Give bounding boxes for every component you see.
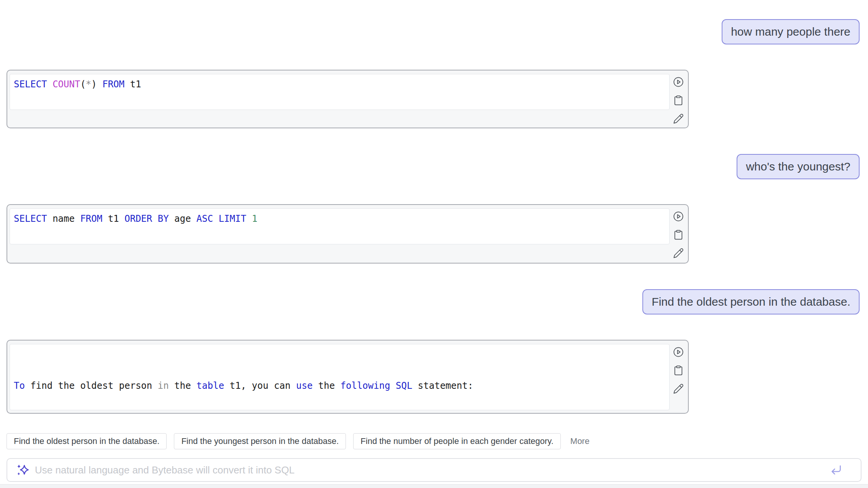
clipboard-icon: [673, 229, 684, 240]
edit-sql-button[interactable]: [673, 248, 684, 259]
nl-to-sql-input-bar: [7, 458, 861, 482]
run-sql-button[interactable]: [673, 347, 684, 357]
copy-sql-button[interactable]: [673, 229, 684, 240]
user-message-bubble: who's the youngest?: [737, 154, 860, 179]
circle-play-icon: [673, 347, 684, 357]
sql-code: SELECT name FROM t1 ORDER BY age ASC LIM…: [10, 208, 670, 244]
response-actions: [673, 347, 684, 394]
user-message-text: who's the youngest?: [746, 160, 850, 173]
copy-sql-button[interactable]: [673, 365, 684, 376]
copy-sql-button[interactable]: [673, 95, 684, 106]
sparkles-icon: [16, 463, 29, 477]
suggestion-oldest-person[interactable]: Find the oldest person in the database.: [7, 433, 167, 449]
user-message-text: Find the oldest person in the database.: [652, 295, 850, 308]
edit-sql-button[interactable]: [673, 383, 684, 394]
suggestion-row: Find the oldest person in the database. …: [7, 433, 590, 449]
more-suggestions-link[interactable]: More: [570, 436, 590, 446]
edit-sql-button[interactable]: [673, 113, 684, 124]
pencil-icon: [673, 248, 684, 259]
user-message-bubble: how many people there: [722, 19, 860, 44]
response-actions: [673, 211, 684, 259]
response-actions: [673, 77, 684, 124]
clipboard-icon: [673, 365, 684, 376]
pencil-icon: [673, 383, 684, 394]
sql-response-box: To find the oldest person in the table t…: [7, 340, 689, 414]
sql-response-box: SELECT COUNT(*) FROM t1: [7, 70, 689, 128]
corner-down-left-icon: [830, 464, 842, 476]
sql-code: SELECT COUNT(*) FROM t1: [10, 74, 670, 110]
clipboard-icon: [673, 95, 684, 106]
circle-play-icon: [673, 211, 684, 222]
natural-language-input[interactable]: [34, 464, 830, 477]
user-message-text: how many people there: [731, 25, 850, 38]
sql-response-box: SELECT name FROM t1 ORDER BY age ASC LIM…: [7, 204, 689, 264]
sql-explanation: To find the oldest person in the table t…: [10, 344, 670, 410]
pencil-icon: [673, 113, 684, 124]
run-sql-button[interactable]: [673, 77, 684, 87]
suggestion-youngest-person[interactable]: Find the youngest person in the database…: [174, 433, 346, 449]
suggestion-gender-count[interactable]: Find the number of people in each gender…: [353, 433, 560, 449]
submit-query-button[interactable]: [830, 464, 842, 476]
circle-play-icon: [673, 77, 684, 87]
run-sql-button[interactable]: [673, 211, 684, 222]
explanation-line: To find the oldest person in the table t…: [14, 378, 665, 394]
bottom-panel-edge: [0, 484, 868, 488]
user-message-bubble: Find the oldest person in the database.: [642, 289, 860, 314]
